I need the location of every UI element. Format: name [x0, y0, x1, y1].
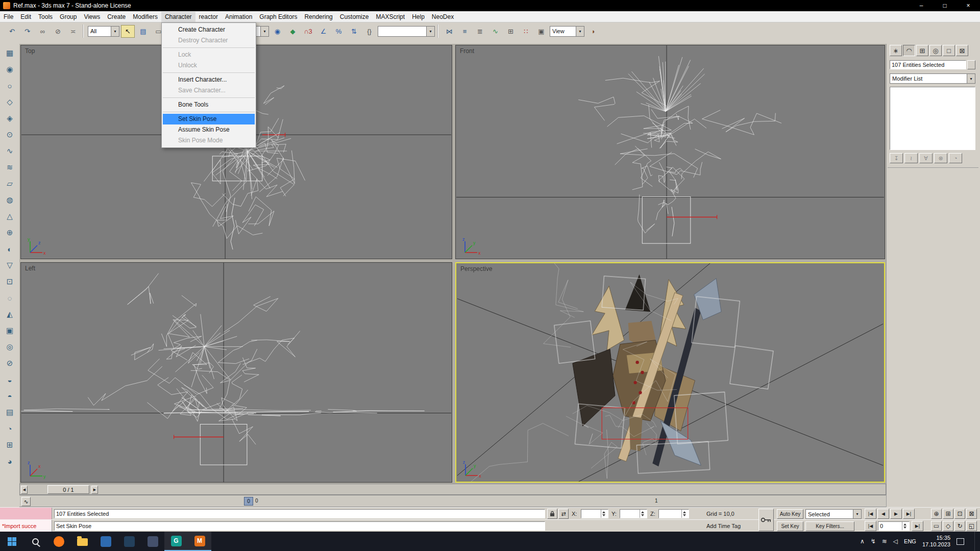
min-max-toggle-button[interactable]: ◱ — [966, 521, 977, 531]
mini-curve-editor-button[interactable]: ∿ — [21, 497, 31, 506]
zoom-region-button[interactable]: ▭ — [931, 521, 942, 531]
close-button[interactable]: × — [957, 0, 980, 11]
menu-neodex[interactable]: NeoDex — [428, 12, 457, 22]
search-button[interactable] — [23, 532, 47, 551]
viewport-left[interactable]: Left y z x — [20, 262, 452, 483]
taskbar-app-blue-icon[interactable] — [94, 532, 117, 551]
tab-modify[interactable]: ◠ — [903, 45, 915, 56]
select-and-manipulate-icon[interactable]: ◆ — [286, 25, 300, 38]
menu-item-skin-pose-mode[interactable]: Skin Pose Mode — [163, 135, 255, 146]
modifier-stack-list[interactable] — [890, 87, 975, 150]
render-type-select[interactable]: View▾ — [550, 26, 584, 37]
menu-item-set-skin-pose[interactable]: Set Skin Pose — [163, 114, 255, 124]
reactor-tool-23-icon[interactable]: ▤ — [2, 405, 17, 419]
maxscript-mini-listener[interactable]: *Import succe — [0, 520, 52, 532]
named-selection-sets-select[interactable]: ▾ — [378, 26, 435, 37]
pin-stack-button[interactable]: ↧ — [890, 153, 903, 163]
menu-item-insert-character[interactable]: Insert Character... — [163, 74, 255, 85]
taskbar-app-steel-icon[interactable] — [141, 532, 164, 551]
volume-icon[interactable]: ◁ — [893, 538, 898, 545]
spinner[interactable] — [601, 509, 606, 518]
layer-manager-icon[interactable]: ≣ — [473, 25, 487, 38]
clock[interactable]: 15:35 17.10.2023 — [922, 535, 950, 548]
render-scene-icon[interactable]: ▣ — [534, 25, 548, 38]
menu-file[interactable]: File — [0, 12, 17, 22]
selection-name-field-button[interactable] — [967, 60, 975, 69]
pan-button[interactable]: ◇ — [943, 521, 953, 531]
percent-snap-icon[interactable]: % — [332, 25, 346, 38]
reactor-tool-5-icon[interactable]: ◈ — [2, 111, 17, 126]
curve-editor-icon[interactable]: ∿ — [488, 25, 502, 38]
reactor-tool-21-icon[interactable]: ◒ — [2, 372, 17, 387]
menu-item-save-character[interactable]: Save Character... — [163, 85, 255, 96]
taskbar-firefox-icon[interactable] — [47, 532, 70, 551]
taskbar-file-explorer-icon[interactable] — [70, 532, 94, 551]
reactor-tool-15-icon[interactable]: ⊡ — [2, 274, 17, 289]
menu-item-bone-tools[interactable]: Bone Tools — [163, 99, 255, 110]
reactor-tool-19-icon[interactable]: ◎ — [2, 340, 17, 354]
menu-views[interactable]: Views — [80, 12, 104, 22]
tab-hierarchy[interactable]: ⊞ — [916, 45, 928, 56]
menu-animation[interactable]: Animation — [222, 12, 256, 22]
absolute-offset-toggle[interactable]: ⇄ — [558, 509, 569, 519]
menu-item-unlock[interactable]: Unlock — [163, 60, 255, 71]
spinner[interactable] — [681, 509, 687, 518]
taskbar-3dsmax-icon[interactable]: M — [188, 532, 211, 551]
maximize-button[interactable]: □ — [933, 0, 957, 11]
angle-snap-icon[interactable]: ∠ — [316, 25, 330, 38]
zoom-extents-all-button[interactable]: ⊠ — [966, 509, 977, 519]
reactor-tool-4-icon[interactable]: ◇ — [2, 95, 17, 109]
zoom-button[interactable]: ⊕ — [931, 509, 942, 519]
align-icon[interactable]: ≡ — [458, 25, 472, 38]
spinner[interactable] — [640, 509, 645, 518]
reactor-tool-13-icon[interactable]: ◐ — [2, 242, 17, 256]
menu-item-create-character[interactable]: Create Character — [163, 24, 255, 35]
reactor-tool-24-icon[interactable]: ◔ — [2, 421, 17, 436]
viewport-front[interactable]: Front x z y — [455, 45, 885, 259]
previous-frame-arrow[interactable]: ◀ — [21, 486, 28, 494]
wifi-icon[interactable]: ≋ — [882, 538, 887, 545]
network-icon[interactable]: ↯ — [871, 538, 876, 545]
reactor-tool-18-icon[interactable]: ▣ — [2, 323, 17, 338]
z-coordinate-field[interactable] — [658, 509, 689, 518]
make-unique-button[interactable]: ∀ — [919, 153, 933, 163]
key-filters-button[interactable]: Key Filters... — [805, 521, 854, 531]
zoom-all-button[interactable]: ⊞ — [943, 509, 953, 519]
set-keys-button[interactable] — [758, 509, 774, 531]
go-to-start-button[interactable]: |◀ — [865, 509, 876, 519]
hidden-icons-chevron-icon[interactable]: ∧ — [860, 538, 865, 545]
tab-display[interactable]: □ — [943, 45, 955, 56]
reactor-tool-17-icon[interactable]: ◭ — [2, 307, 17, 321]
reactor-tool-20-icon[interactable]: ⊘ — [2, 356, 17, 370]
reactor-tool-2-icon[interactable]: ◉ — [2, 62, 17, 77]
schematic-view-icon[interactable]: ⊞ — [504, 25, 518, 38]
menu-edit[interactable]: Edit — [17, 12, 35, 22]
menu-customize[interactable]: Customize — [336, 12, 373, 22]
menu-help[interactable]: Help — [408, 12, 428, 22]
track-bar[interactable]: ∿ 0 1 0 — [19, 495, 886, 507]
menu-rendering[interactable]: Rendering — [301, 12, 336, 22]
zoom-extents-button[interactable]: ⊡ — [954, 509, 965, 519]
time-slider-handle[interactable]: 0 / 1 — [47, 485, 89, 494]
mirror-icon[interactable]: ⋈ — [443, 25, 456, 38]
bind-to-space-warp-icon[interactable]: ≍ — [66, 25, 80, 38]
x-coordinate-field[interactable] — [581, 509, 608, 518]
reactor-tool-26-icon[interactable]: ◕ — [2, 454, 17, 468]
unlink-selection-icon[interactable]: ⊘ — [51, 25, 65, 38]
show-desktop-button[interactable] — [974, 532, 977, 551]
modifier-list-select[interactable]: Modifier List▾ — [890, 73, 975, 84]
reactor-tool-1-icon[interactable]: ▦ — [2, 46, 17, 60]
start-button[interactable] — [0, 532, 23, 551]
reactor-tool-10-icon[interactable]: ◍ — [2, 193, 17, 207]
reactor-tool-3-icon[interactable]: ○ — [2, 79, 17, 93]
reactor-tool-9-icon[interactable]: ▱ — [2, 177, 17, 191]
reactor-tool-8-icon[interactable]: ≋ — [2, 160, 17, 174]
go-to-end-button[interactable]: ▶| — [903, 509, 915, 519]
remove-modifier-button[interactable]: ⊗ — [934, 153, 947, 163]
reactor-tool-14-icon[interactable]: ▽ — [2, 258, 17, 272]
previous-frame-button[interactable]: ◀ — [877, 509, 889, 519]
redo-icon[interactable]: ↷ — [20, 25, 34, 38]
y-coordinate-field[interactable] — [620, 509, 647, 518]
spinner-snap-icon[interactable]: ⇅ — [347, 25, 361, 38]
menu-reactor[interactable]: reactor — [195, 12, 222, 22]
